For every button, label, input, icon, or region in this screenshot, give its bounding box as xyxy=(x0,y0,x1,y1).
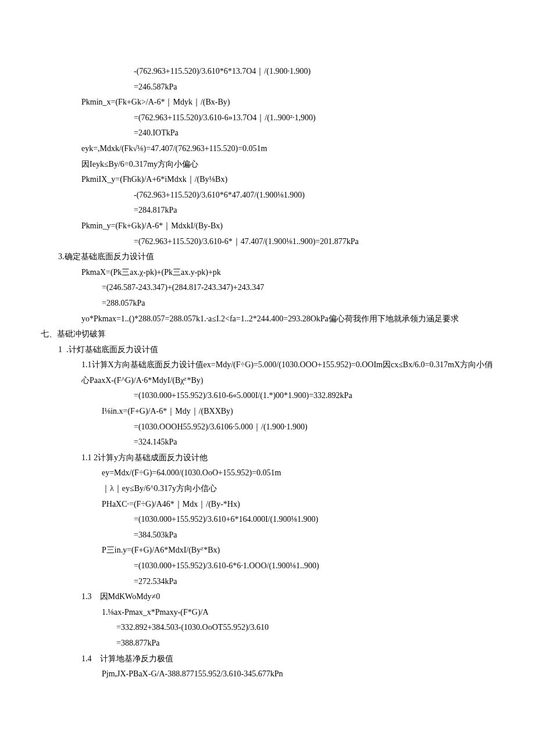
text-line: =388.877kPa xyxy=(116,636,494,651)
text-line: -(762.963+115.520)/3.610*6*47.407/(1.900… xyxy=(134,188,494,203)
text-line: Pkmin_y=(Fk+Gk)/A-6*｜MdxkI/(By-Bx) xyxy=(81,218,494,234)
text-line: 1.4 计算地基净反力极值 xyxy=(81,651,494,667)
text-line: 1.1 2计算y方向基础成面反力设计他 xyxy=(81,450,494,466)
text-line: 1.3 因MdKWoMdy≠0 xyxy=(81,589,494,605)
text-line: P三in.y=(F+G)/A6*MdxI/(Byᶻ*Bx) xyxy=(102,543,494,558)
text-line: I⅛in.x=(F+G)/A-6*｜Mdy｜/(BXXBy) xyxy=(102,404,494,420)
text-line: 1.1计算X方向基础底面反力设计值ex=Mdy/(F÷G)=5.000/(103… xyxy=(81,357,494,388)
text-line: 因Ieyk≤By/6=0.317my方向小偏心 xyxy=(81,157,494,173)
text-line: 1.⅛ax-Pmax_x*Pmaxy-(F*G)/A xyxy=(102,605,494,621)
text-line: Pkmin_x=(Fk+Gk>/A-6*｜Mdyk｜/(Bx-By) xyxy=(81,95,494,110)
text-line: =246.587kPa xyxy=(134,80,494,95)
text-line: =(762.963+115.520)/3.610-6»13.7O4｜/(1..9… xyxy=(134,110,494,126)
text-line: =324.145kPa xyxy=(134,435,494,450)
text-line: =284.817kPa xyxy=(134,203,494,218)
text-line: yo*Pkmax=1..()*288.057=288.057k1.·a≤I.2<… xyxy=(81,311,494,327)
text-line: =272.534kPa xyxy=(134,574,494,590)
text-line: =(1030.000+155.952)/3.610+6*164.000I/(1.… xyxy=(134,512,494,528)
text-line: 1 .计灯基础底面反力设计值 xyxy=(58,342,494,358)
text-line: =(246.587-243.347)+(284.817-243.347)+243… xyxy=(102,280,494,296)
text-line: =(1030.000+155.952)/3.610-6*6·1.OOO/(1.9… xyxy=(134,558,494,574)
text-line: PkmaX=(Pk三ax.χ-pk)+(Pk三ax.y-pk)+pk xyxy=(81,265,494,281)
text-line: ey=Mdx/(F÷G)=64.000/(1030.OoO+155.952)=0… xyxy=(102,465,494,481)
document-page: -(762.963+115.520)/3.610*6*13.7O4｜/(1.90… xyxy=(0,0,535,717)
text-line: =288.057kPa xyxy=(102,296,494,311)
text-line: =384.503kPa xyxy=(134,528,494,543)
text-line: =332.892+384.503-(1030.OoOT55.952)/3.610 xyxy=(116,620,494,636)
text-line: 3.确定基础底面反力设计值 xyxy=(58,249,494,265)
text-line: Pjm,JX-PBaX-G/A-388.877155.952/3.610-345… xyxy=(102,667,494,682)
text-line: =(1030.000+155.952)/3.610-6«5.000I/(1.*)… xyxy=(134,388,494,404)
text-line: eyk=,Mdxk/(Fk√⅛)=47.407/(762.963+115.520… xyxy=(81,141,494,157)
text-line: ｜λ｜ey≤By/6^0.317y方向小信心 xyxy=(102,481,494,497)
text-line: -(762.963+115.520)/3.610*6*13.7O4｜/(1.90… xyxy=(134,64,494,80)
document-body: -(762.963+115.520)/3.610*6*13.7O4｜/(1.90… xyxy=(41,64,494,682)
text-line: 七、基砒冲切破算 xyxy=(41,327,494,342)
text-line: =(762.963+115.520)/3.610-6*｜47.407/(1.90… xyxy=(134,234,494,250)
text-line: PkmiIX_y=(FhGk)/A+6*iMdxk｜/(By⅛Bx) xyxy=(81,172,494,188)
text-line: PHaXC·=(F÷G)/A46*｜Mdx｜/(By-*Hx) xyxy=(102,497,494,513)
text-line: =240.IOTkPa xyxy=(134,126,494,141)
text-line: =(1030.OOOH55.952)/3.6106·5.000｜/(1.900·… xyxy=(134,420,494,435)
